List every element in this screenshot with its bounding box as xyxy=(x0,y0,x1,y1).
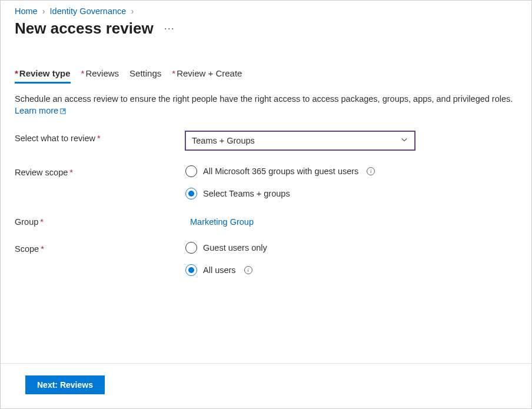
chevron-down-icon xyxy=(400,135,408,145)
row-scope: Scope* Guest users only All users i xyxy=(15,242,517,276)
learn-more-label: Learn more xyxy=(15,105,58,117)
label-group: Group* xyxy=(15,215,185,227)
required-indicator: * xyxy=(172,68,175,78)
radio-label: All users xyxy=(203,265,236,275)
select-value: Teams + Groups xyxy=(192,136,255,145)
next-reviews-button[interactable]: Next: Reviews xyxy=(25,375,105,394)
tab-label: Review type xyxy=(19,68,71,78)
tab-label: Settings xyxy=(129,68,161,78)
control-review-scope: All Microsoft 365 groups with guest user… xyxy=(185,165,517,199)
required-indicator: * xyxy=(41,244,44,254)
page-title: New access review xyxy=(15,19,154,38)
control-scope: Guest users only All users i xyxy=(185,242,517,276)
required-indicator: * xyxy=(69,168,73,177)
chevron-right-icon: › xyxy=(40,6,48,16)
info-icon[interactable]: i xyxy=(367,167,375,175)
label-select-what: Select what to review* xyxy=(15,131,185,143)
label-review-scope: Review scope* xyxy=(15,165,185,177)
radio-icon xyxy=(185,242,197,254)
required-indicator: * xyxy=(81,68,85,78)
required-indicator: * xyxy=(97,134,101,143)
breadcrumb: Home › Identity Governance › xyxy=(1,1,531,18)
radio-icon xyxy=(185,264,197,276)
radio-select-teams-groups[interactable]: Select Teams + groups xyxy=(185,188,517,199)
control-group: Marketing Group xyxy=(185,215,517,227)
radio-all-m365-groups[interactable]: All Microsoft 365 groups with guest user… xyxy=(185,165,517,177)
row-review-scope: Review scope* All Microsoft 365 groups w… xyxy=(15,165,517,199)
breadcrumb-home[interactable]: Home xyxy=(15,6,38,16)
tab-label: Review + Create xyxy=(177,68,242,78)
row-select-what: Select what to review* Teams + Groups xyxy=(15,131,517,150)
tab-reviews[interactable]: *Reviews xyxy=(81,66,119,84)
external-link-icon xyxy=(59,105,66,117)
radio-icon xyxy=(185,188,197,199)
more-actions-icon[interactable]: ··· xyxy=(164,22,175,35)
tab-review-type[interactable]: *Review type xyxy=(15,66,71,84)
description: Schedule an access review to ensure the … xyxy=(1,84,531,117)
scope-radio-group: Guest users only All users i xyxy=(185,242,517,276)
radio-label: Select Teams + groups xyxy=(203,189,290,198)
radio-label: Guest users only xyxy=(203,243,267,252)
breadcrumb-identity-governance[interactable]: Identity Governance xyxy=(50,6,127,16)
tab-review-create[interactable]: *Review + Create xyxy=(172,66,242,84)
radio-label: All Microsoft 365 groups with guest user… xyxy=(203,167,358,176)
row-group: Group* Marketing Group xyxy=(15,215,517,227)
tab-label: Reviews xyxy=(85,68,119,78)
chevron-right-icon: › xyxy=(128,6,136,16)
form-area: Select what to review* Teams + Groups Re… xyxy=(1,117,531,276)
required-indicator: * xyxy=(15,68,18,78)
required-indicator: * xyxy=(40,217,44,227)
description-text: Schedule an access review to ensure the … xyxy=(15,94,513,104)
page-title-row: New access review ··· xyxy=(1,18,531,42)
review-scope-radio-group: All Microsoft 365 groups with guest user… xyxy=(185,165,517,199)
footer: Next: Reviews xyxy=(1,363,531,408)
group-link[interactable]: Marketing Group xyxy=(185,215,254,227)
radio-guest-users-only[interactable]: Guest users only xyxy=(185,242,517,254)
radio-icon xyxy=(185,165,197,177)
tabs: *Review type *Reviews Settings *Review +… xyxy=(1,42,531,84)
info-icon[interactable]: i xyxy=(244,266,252,274)
learn-more-link[interactable]: Learn more xyxy=(15,105,66,117)
radio-all-users[interactable]: All users i xyxy=(185,264,517,276)
control-select-what: Teams + Groups xyxy=(185,131,517,150)
label-scope: Scope* xyxy=(15,242,185,254)
select-what-dropdown[interactable]: Teams + Groups xyxy=(185,131,415,150)
tab-settings[interactable]: Settings xyxy=(129,66,161,84)
